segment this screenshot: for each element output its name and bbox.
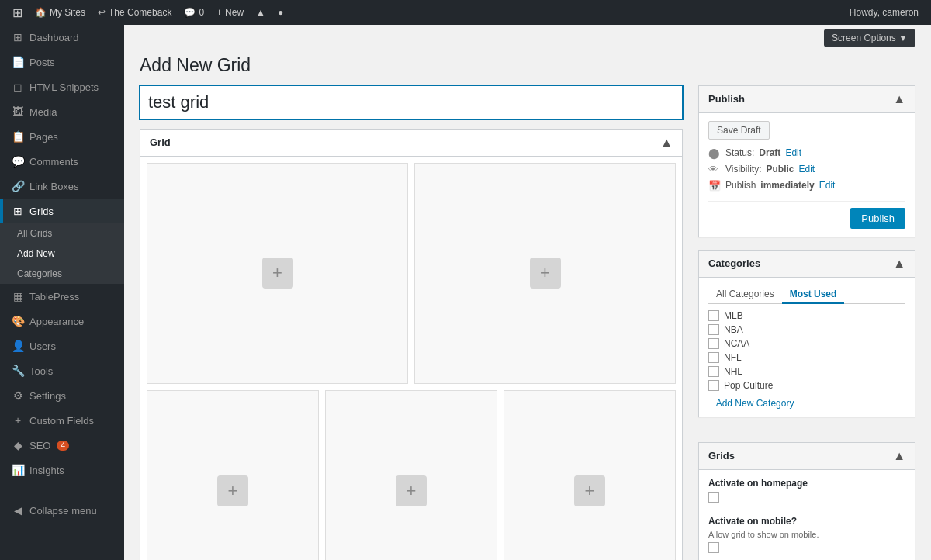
sidebar-item-link-boxes[interactable]: 🔗 Link Boxes	[0, 174, 124, 199]
category-label-mlb: MLB	[724, 310, 743, 321]
sidebar-item-label: Settings	[29, 390, 66, 402]
grid-row-1: + +	[147, 163, 676, 384]
link-boxes-icon: 🔗	[11, 180, 25, 192]
categories-body: All Categories Most Used MLB NBA	[699, 278, 915, 417]
seo-icon: ◆	[11, 439, 25, 451]
right-sidebar: Publish ▲ Save Draft ⬤ Status: Draft	[698, 85, 915, 544]
sidebar-item-label: Users	[29, 340, 56, 352]
category-checkbox-nfl[interactable]	[708, 352, 719, 363]
sidebar-item-media[interactable]: 🖼 Media	[0, 99, 124, 124]
sidebar-item-tablepress[interactable]: ▦ TablePress	[0, 284, 124, 309]
category-checkbox-nba[interactable]	[708, 324, 719, 335]
category-checkbox-pop-culture[interactable]	[708, 380, 719, 391]
grids-box: Grids ▲ Activate on homepage Activate on…	[698, 442, 915, 560]
sidebar-item-dashboard[interactable]: ⊞ Dashboard	[0, 25, 124, 50]
category-item-ncaa[interactable]: NCAA	[708, 338, 905, 349]
visibility-value: Public	[766, 164, 794, 175]
save-draft-button[interactable]: Save Draft	[708, 121, 770, 140]
status-label: Status:	[725, 147, 754, 158]
status-edit-link[interactable]: Edit	[785, 147, 801, 158]
sidebar-item-users[interactable]: 👤 Users	[0, 334, 124, 358]
plugin2-item[interactable]: ●	[272, 0, 289, 25]
sidebar-subitem-categories[interactable]: Categories	[0, 264, 124, 284]
sidebar-item-pages[interactable]: 📋 Pages	[0, 124, 124, 149]
category-label-nba: NBA	[724, 324, 743, 335]
sidebar-item-html-snippets[interactable]: ◻ HTML Snippets	[0, 74, 124, 99]
category-item-nhl[interactable]: NHL	[708, 366, 905, 377]
sidebar-item-comments[interactable]: 💬 Comments	[0, 149, 124, 174]
grid-cell-4[interactable]: +	[325, 390, 497, 560]
sidebar-item-grids[interactable]: ⊞ Grids	[0, 199, 124, 223]
category-checkbox-nhl[interactable]	[708, 366, 719, 377]
sidebar-item-label: Appearance	[29, 316, 84, 327]
sidebar-item-posts[interactable]: 📄 Posts	[0, 50, 124, 74]
categories-title: Categories	[708, 258, 760, 269]
category-item-nfl[interactable]: NFL	[708, 352, 905, 363]
grid-container: + + + +	[140, 157, 682, 560]
sidebar-item-label: Link Boxes	[29, 181, 79, 192]
grids-mobile-checkbox[interactable]	[708, 542, 719, 553]
category-item-nba[interactable]: NBA	[708, 324, 905, 335]
calendar-icon: 📅	[708, 180, 721, 192]
sidebar-item-label: TablePress	[29, 291, 79, 302]
category-checkbox-ncaa[interactable]	[708, 338, 719, 349]
grids-icon: ⊞	[11, 205, 25, 217]
comments-item[interactable]: 💬 0	[178, 0, 210, 25]
category-label-nfl: NFL	[724, 352, 742, 363]
grid-cell-2[interactable]: +	[414, 163, 676, 384]
sidebar-item-label: Grids	[29, 206, 54, 217]
tab-all-categories[interactable]: All Categories	[708, 285, 782, 304]
sidebar-item-custom-fields[interactable]: + Custom Fields	[0, 408, 124, 433]
my-sites-item[interactable]: 🏠 My Sites	[29, 0, 92, 25]
add-new-category-link[interactable]: + Add New Category	[708, 398, 794, 409]
comment-icon: 💬	[184, 7, 196, 18]
settings-icon: ⚙	[11, 389, 25, 402]
publish-button[interactable]: Publish	[850, 208, 905, 229]
category-label-ncaa: NCAA	[724, 338, 749, 349]
users-icon: 👤	[11, 340, 25, 352]
sidebar-item-insights[interactable]: 📊 Insights	[0, 458, 124, 482]
grids-option-mobile: Activate on mobile? Allow grid to show o…	[708, 516, 905, 555]
collapse-icon: ◀	[11, 504, 25, 517]
posts-icon: 📄	[11, 56, 25, 68]
categories-toggle[interactable]: ▲	[893, 257, 905, 271]
publish-actions-top: Save Draft	[708, 121, 905, 140]
sidebar-item-appearance[interactable]: 🎨 Appearance	[0, 309, 124, 334]
wp-logo-item[interactable]: ⊞	[6, 0, 29, 25]
grids-box-toggle[interactable]: ▲	[893, 449, 905, 463]
the-comeback-item[interactable]: ↩ The Comeback	[92, 0, 178, 25]
grids-homepage-checkbox[interactable]	[708, 492, 719, 503]
post-title-input[interactable]	[140, 85, 683, 119]
grid-panel-toggle[interactable]: ▲	[660, 136, 673, 150]
tab-most-used[interactable]: Most Used	[782, 285, 845, 304]
grids-option-homepage: Activate on homepage	[708, 478, 905, 505]
sidebar-item-seo[interactable]: ◆ SEO 4	[0, 433, 124, 458]
publish-toggle[interactable]: ▲	[893, 92, 905, 106]
sidebar-subitem-all-grids[interactable]: All Grids	[0, 223, 124, 244]
plugin1-item[interactable]: ▲	[250, 0, 272, 25]
add-icon-3: +	[217, 475, 248, 506]
publish-box: Publish ▲ Save Draft ⬤ Status: Draft	[698, 85, 915, 237]
grid-panel: Grid ▲ + +	[140, 129, 683, 560]
sidebar-item-settings[interactable]: ⚙ Settings	[0, 383, 124, 408]
category-checkbox-mlb[interactable]	[708, 310, 719, 321]
sidebar-subitem-add-new[interactable]: Add New	[0, 244, 124, 264]
new-item[interactable]: + New	[210, 0, 250, 25]
grid-cell-3[interactable]: +	[147, 390, 319, 560]
visibility-edit-link[interactable]: Edit	[798, 164, 815, 175]
grids-submenu: All Grids Add New Categories	[0, 223, 124, 284]
category-item-mlb[interactable]: MLB	[708, 310, 905, 321]
publish-title: Publish	[708, 93, 745, 105]
visibility-icon: 👁	[708, 164, 721, 175]
screen-options-button[interactable]: Screen Options ▼	[824, 29, 915, 47]
grid-cell-5[interactable]: +	[504, 390, 676, 560]
left-column: Grid ▲ + +	[140, 85, 683, 544]
page-title: Add New Grid	[140, 54, 251, 78]
comeback-icon: ↩	[98, 7, 106, 18]
sidebar-item-collapse[interactable]: ◀ Collapse menu	[0, 498, 124, 523]
publish-time-edit-link[interactable]: Edit	[819, 180, 836, 191]
appearance-icon: 🎨	[11, 315, 25, 327]
category-item-pop-culture[interactable]: Pop Culture	[708, 380, 905, 391]
sidebar-item-tools[interactable]: 🔧 Tools	[0, 358, 124, 383]
grid-cell-1[interactable]: +	[147, 163, 408, 384]
